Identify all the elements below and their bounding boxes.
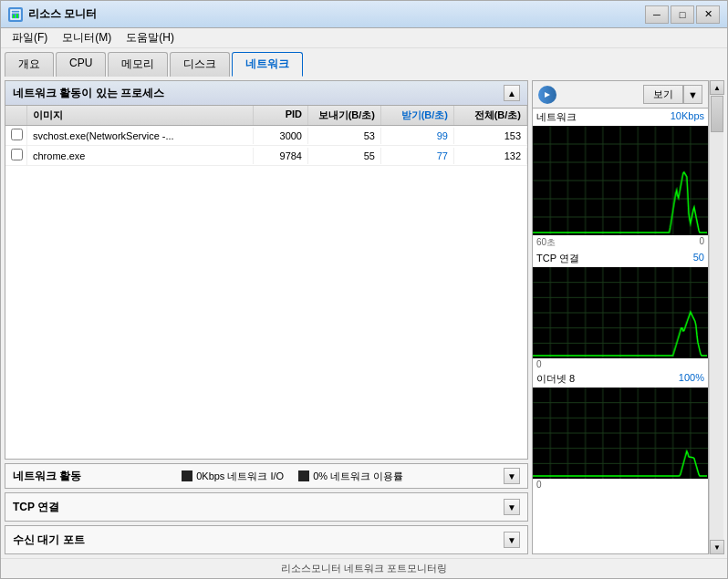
row-send: 53	[308, 128, 381, 144]
status-text: 리소스모니터 네트워크 포트모니터링	[281, 562, 447, 575]
activity-collapse-button[interactable]: ▼	[504, 468, 520, 484]
right-panel: 보기 ▼ 네트워크 10Kbps	[532, 80, 709, 554]
main-content: 네트워크 활동이 있는 프로세스 ▲ 이미지 PID 보내기(B/초) 받기(B…	[1, 77, 727, 558]
window-controls: ─ □ ✕	[645, 5, 720, 24]
right-panel-wrapper: 보기 ▼ 네트워크 10Kbps	[532, 80, 723, 554]
menu-bar: 파일(F) 모니터(M) 도움말(H)	[1, 28, 727, 48]
title-bar: 리소스 모니터 ─ □ ✕	[1, 1, 727, 28]
tab-network[interactable]: 네트워크	[232, 52, 303, 77]
menu-file[interactable]: 파일(F)	[5, 28, 55, 47]
chart-network: 네트워크 10Kbps 60초 0	[533, 109, 708, 250]
scroll-track	[710, 95, 723, 540]
process-table: svchost.exe(NetworkService -... 3000 53 …	[5, 126, 527, 459]
right-scrollbar[interactable]: ▲ ▼	[709, 80, 723, 554]
util-icon	[298, 470, 309, 481]
scroll-down-button[interactable]: ▼	[710, 540, 724, 554]
row-image: svchost.exe(NetworkService -...	[27, 128, 254, 144]
tab-disk[interactable]: 디스크	[170, 52, 230, 77]
chart-tcp-time: 0	[533, 358, 708, 370]
svg-rect-3	[16, 14, 18, 18]
chart-tcp-time-end: 0	[536, 359, 542, 369]
stat-util-text: 0% 네트워크 이용률	[313, 470, 403, 483]
chart-network-title: 네트워크	[536, 110, 577, 124]
tcp-section: TCP 연결 ▼	[5, 492, 528, 522]
stat-io-text: 0Kbps 네트워크 I/O	[196, 470, 284, 483]
col-pid: PID	[254, 106, 308, 125]
activity-label: 네트워크 활동	[13, 469, 81, 484]
row-pid: 3000	[254, 128, 308, 144]
svg-rect-0	[11, 10, 20, 19]
stat-io: 0Kbps 네트워크 I/O	[182, 470, 284, 483]
process-collapse-button[interactable]: ▲	[504, 85, 520, 101]
row-recv: 99	[381, 128, 454, 144]
tab-overview[interactable]: 개요	[5, 52, 54, 77]
listen-section: 수신 대기 포트 ▼	[5, 525, 528, 554]
tab-cpu[interactable]: CPU	[56, 52, 106, 77]
chart-ethernet-title: 이더넷 8	[536, 372, 575, 386]
chart-ethernet-time-end: 0	[536, 480, 542, 490]
chart-ethernet-area	[533, 388, 708, 479]
main-window: 리소스 모니터 ─ □ ✕ 파일(F) 모니터(M) 도움말(H) 개요 CPU…	[0, 0, 728, 579]
row-check[interactable]	[5, 146, 27, 165]
tcp-section-title: TCP 연결	[13, 500, 59, 515]
scroll-up-button[interactable]: ▲	[710, 80, 724, 95]
right-expand-button[interactable]	[538, 86, 556, 104]
row-total: 153	[454, 128, 527, 144]
row-recv: 77	[381, 148, 454, 164]
network-activity-section: 네트워크 활동 0Kbps 네트워크 I/O 0% 네트워크 이용률 ▼	[5, 463, 528, 489]
menu-monitor[interactable]: 모니터(M)	[55, 28, 119, 47]
minimize-button[interactable]: ─	[645, 5, 669, 24]
svg-rect-2	[13, 15, 15, 18]
chart-ethernet: 이더넷 8 100% 0	[533, 370, 708, 491]
row-check[interactable]	[5, 126, 27, 145]
chart-tcp: TCP 연결 50 0	[533, 250, 708, 370]
col-send: 보내기(B/초)	[308, 106, 381, 125]
view-dropdown-button[interactable]: ▼	[683, 85, 702, 104]
row-image: chrome.exe	[27, 148, 254, 164]
process-section-title: 네트워크 활동이 있는 프로세스	[13, 86, 164, 101]
close-button[interactable]: ✕	[696, 5, 720, 24]
chart-network-scale: 10Kbps	[671, 110, 704, 124]
listen-collapse-button[interactable]: ▼	[504, 532, 520, 548]
chart-time-end: 0	[699, 236, 704, 249]
scroll-thumb[interactable]	[711, 96, 723, 132]
status-bar: 리소스모니터 네트워크 포트모니터링	[1, 558, 727, 578]
menu-help[interactable]: 도움말(H)	[119, 28, 182, 47]
row-send: 55	[308, 148, 381, 164]
row-pid: 9784	[254, 148, 308, 164]
right-panel-header: 보기 ▼	[533, 81, 708, 109]
tcp-collapse-button[interactable]: ▼	[504, 499, 520, 515]
col-total: 전체(B/초)	[454, 106, 527, 125]
chart-ethernet-time: 0	[533, 479, 708, 491]
col-image: 이미지	[27, 106, 254, 125]
chart-network-label-row: 네트워크 10Kbps	[533, 109, 708, 126]
table-row[interactable]: chrome.exe 9784 55 77 132	[5, 146, 527, 166]
io-icon	[182, 470, 192, 481]
chart-tcp-title: TCP 연결	[536, 252, 579, 265]
chart-container: 네트워크 10Kbps 60초 0	[533, 109, 708, 553]
svg-marker-4	[545, 92, 550, 98]
table-row[interactable]: svchost.exe(NetworkService -... 3000 53 …	[5, 126, 527, 146]
view-button[interactable]: 보기	[643, 85, 683, 104]
chart-tcp-scale: 50	[693, 252, 704, 265]
process-table-header: 이미지 PID 보내기(B/초) 받기(B/초) 전체(B/초)	[5, 106, 527, 126]
activity-header: 네트워크 활동 0Kbps 네트워크 I/O 0% 네트워크 이용률 ▼	[5, 464, 527, 488]
window-title: 리소스 모니터	[28, 6, 645, 22]
tab-bar: 개요 CPU 메모리 디스크 네트워크	[1, 48, 727, 77]
chart-time-start: 60초	[536, 236, 556, 249]
chart-ethernet-scale: 100%	[679, 372, 704, 386]
col-recv: 받기(B/초)	[381, 106, 454, 125]
maximize-button[interactable]: □	[671, 5, 694, 24]
chart-network-time: 60초 0	[533, 235, 708, 250]
app-icon	[8, 7, 23, 22]
listen-section-header: 수신 대기 포트 ▼	[5, 526, 527, 553]
view-control: 보기 ▼	[643, 85, 702, 104]
chart-ethernet-label-row: 이더넷 8 100%	[533, 370, 708, 388]
tcp-section-header: TCP 연결 ▼	[5, 493, 527, 521]
chart-network-area	[533, 126, 708, 235]
activity-stats: 0Kbps 네트워크 I/O 0% 네트워크 이용률	[182, 470, 403, 483]
row-total: 132	[454, 148, 527, 164]
listen-section-title: 수신 대기 포트	[13, 532, 85, 548]
tab-memory[interactable]: 메모리	[108, 52, 168, 77]
left-panel: 네트워크 활동이 있는 프로세스 ▲ 이미지 PID 보내기(B/초) 받기(B…	[5, 80, 528, 554]
